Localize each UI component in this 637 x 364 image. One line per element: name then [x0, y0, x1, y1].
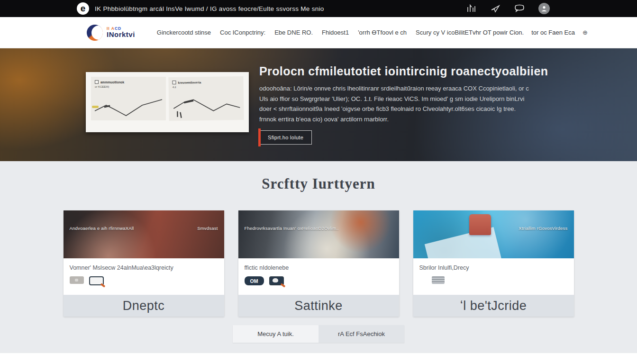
nav-right-item-1[interactable]: Tvhr OT powir Cion.	[469, 29, 524, 36]
avatar-icon[interactable]	[538, 3, 550, 14]
card-row: Andvoaerlea e aih rfirnnwaXAll Smvdsast …	[0, 210, 637, 317]
card-1[interactable]: Andvoaerlea e aih rfirnnwaXAll Smvdsast …	[64, 210, 224, 317]
section-heading: Srcftty Iurttyern	[0, 161, 637, 192]
card-1-icons	[70, 276, 218, 285]
hero-brochure-image: ammmuoitionok or KCEEIII) krevnemlinorri…	[86, 72, 249, 132]
card-2-caption: ffictic nIdolenebe	[245, 264, 393, 271]
utility-icons	[466, 3, 550, 14]
bottom-strip	[0, 353, 637, 364]
card-2-title: Sattinke	[294, 299, 343, 313]
tab-2[interactable]: rA Ecf FsAechiok	[318, 325, 404, 343]
card-3-overlay-right: Xtriallim rGovosVirdess	[519, 226, 567, 231]
card-3[interactable]: Xtriallim rGovosVirdess Sbrilor Inlulfi,…	[413, 210, 574, 317]
card-3-footer[interactable]: ʻl be'tJcride	[413, 295, 574, 317]
utility-brand-icon[interactable]: e	[77, 2, 89, 15]
card-2-body: ffictic nIdolenebe OM	[238, 258, 399, 295]
tab-group: Mecuy A tuik. rA Ecf FsAechiok	[233, 325, 404, 343]
site-logo[interactable]: II ACD INorktvi	[87, 25, 135, 41]
edit-monitor-icon	[89, 276, 104, 285]
om-badge-icon: OM	[245, 276, 264, 285]
nav-menu: Ginckercootd stinse Coc IConpctriny: Ebe…	[157, 29, 469, 36]
nav-right-item-2[interactable]: tor oc Faen Eca	[531, 29, 575, 36]
utility-brand-glyph: e	[81, 4, 86, 13]
doc2-title: krevnemlinorria	[178, 81, 201, 84]
nav-item-5[interactable]: 'orrh ƟTfoovl e ch	[358, 29, 407, 36]
nav-item-6[interactable]: Scury cy V icoBilitE	[416, 29, 469, 36]
tab-1[interactable]: Mecuy A tuik.	[233, 325, 318, 343]
printer-icon	[432, 276, 445, 284]
nav-item-2[interactable]: Coc IConpctriny:	[220, 29, 265, 36]
doc1-title: ammmuoitionok	[100, 81, 124, 84]
card-1-title: Dneptc	[123, 299, 165, 313]
hero-cta-label: Sfiprt.ho lolute	[268, 135, 303, 140]
hero-content: Prolocn cfmileutotiet iointircinig roane…	[259, 64, 539, 145]
card-1-overlay-right: Smvdsast	[197, 226, 218, 231]
card-1-footer[interactable]: Dneptc	[64, 295, 224, 317]
doc1-line-chart	[93, 97, 164, 118]
brochure-page-1: ammmuoitionok or KCEEIII)	[91, 77, 166, 120]
card-1-overlay-left: Andvoaerlea e aih rfirnnwaXAll	[70, 226, 134, 231]
send-icon[interactable]	[490, 4, 500, 13]
brochure-page-2: krevnemlinorria 4.il	[168, 76, 244, 121]
main-nav: II ACD INorktvi Ginckercootd stinse Coc …	[0, 17, 637, 48]
doc2-subtitle: 4.il	[173, 85, 240, 89]
nav-item-4[interactable]: Fhidoest1	[322, 29, 349, 36]
hero-cta-button[interactable]: Sfiprt.ho lolute	[259, 130, 312, 145]
top-utility-bar: e IK Phbbiolübtngm arcál InsVe Iwumd / I…	[0, 0, 637, 17]
site-logo-text: II ACD INorktvi	[107, 27, 135, 38]
tabs-row: Mecuy A tuik. rA Ecf FsAechiok	[0, 325, 637, 343]
card-3-icons	[419, 276, 568, 284]
safety-section: Srcftty Iurttyern Andvoaerlea e aih rfir…	[0, 161, 637, 353]
doc-checkbox-icon	[95, 80, 99, 84]
site-logo-name: INorktvi	[107, 31, 135, 38]
card-2-image: Fhedrovrksavartla Inuan' oxHelioaoD2Ovli…	[238, 210, 399, 258]
card-2-overlay-left: Fhedrovrksavartla Inuan' oxHelioaoD2Ovli…	[245, 226, 339, 231]
nav-item-3[interactable]: Ebe DNE RO.	[274, 29, 313, 36]
hero-title: Prolocn cfmileutotiet iointircinig roane…	[259, 64, 539, 78]
card-1-body: Vomner' Mslsecw 24alnMua\ea3lqreicty	[64, 258, 224, 295]
stats-icon[interactable]	[466, 4, 477, 13]
doc1-subtitle: or KCEEIII)	[95, 85, 162, 88]
edit-monitor-icon	[269, 276, 284, 285]
hero-section: ammmuoitionok or KCEEIII) krevnemlinorri…	[0, 48, 637, 161]
red-cap-shape	[469, 214, 491, 235]
card-3-body: Sbrilor Inlulfi,Drecy	[413, 258, 574, 295]
badge-icon	[70, 276, 84, 284]
card-2-icons: OM	[245, 276, 393, 285]
card-3-image: Xtriallim rGovosVirdess	[413, 210, 574, 258]
chat-icon[interactable]	[514, 4, 525, 13]
card-1-caption: Vomner' Mslsecw 24alnMua\ea3lqreicty	[70, 264, 218, 271]
globe-icon[interactable]: ⊕	[582, 29, 588, 36]
card-3-caption: Sbrilor Inlulfi,Drecy	[419, 264, 568, 271]
hero-paragraph: odoohoâna: Lôrin/e onnve chris lheolitin…	[259, 83, 533, 124]
utility-brand-text: IK Phbbiolübtngm arcál InsVe Iwumd / IG …	[95, 5, 324, 12]
crescent-logo-icon	[87, 25, 103, 41]
card-3-title: ʻl be'tJcride	[460, 299, 527, 313]
card-1-image: Andvoaerlea e aih rfirnnwaXAll Smvdsast	[64, 210, 224, 258]
card-2-footer[interactable]: Sattinke	[238, 295, 399, 317]
nav-item-1[interactable]: Ginckercootd stinse	[157, 29, 211, 36]
doc2-line-chart	[171, 94, 242, 119]
card-2[interactable]: Fhedrovrksavartla Inuan' oxHelioaoD2Ovli…	[238, 210, 399, 317]
doc-checkbox-icon	[172, 81, 176, 84]
nav-right: Tvhr OT powir Cion. tor oc Faen Eca ⊕	[469, 29, 588, 36]
